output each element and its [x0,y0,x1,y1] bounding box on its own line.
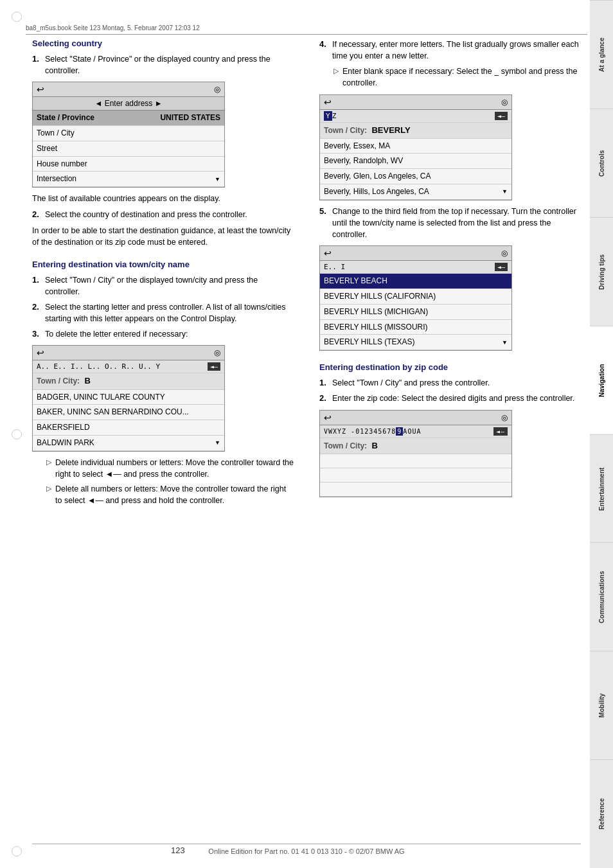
screen1-state-row: State / Province UNITED STATES [33,111,224,126]
section-heading-selecting-country: Selecting country [32,39,294,48]
screen3-header: ↩ ◎ [320,95,511,110]
screen2-back-key[interactable]: ◄— [208,362,220,371]
screen3-row-hills-label: Beverly, Hills, Los Angeles, CA [324,186,429,197]
screen4-settings-btn[interactable]: ◎ [501,249,508,258]
section-heading-town-city: Entering destination via town/city name [32,260,294,269]
screen5-header: ↩ ◎ [320,411,511,425]
screen2: ↩ ◎ A.. E.. I.. L.. O.. R.. U.. Y ◄— Tow… [32,345,225,451]
screen2-row-baker: BAKER, UNINC SAN BERNARDINO COU... [33,405,224,420]
screen1-house-row: House number [33,157,224,172]
zip-step-2-num: 2. [319,393,328,404]
screen3-row-hills: Beverly, Hills, Los Angeles, CA ▼ [320,184,511,200]
tab-entertainment[interactable]: Entertainment [590,434,613,543]
screen1-back-btn[interactable]: ↩ [37,84,44,94]
town-step-3-text: To delete the letter entered if necessar… [45,328,294,340]
screen3-keyboard: YZ ◄— [320,110,511,123]
selecting-country-steps: 1. Select "State / Province" or the disp… [32,53,294,76]
screen3-settings-btn[interactable]: ◎ [501,98,508,107]
right-bullet-text: Enter blank space if necessary: Select t… [342,66,581,89]
bullet-delete-all: ▷ Delete all numbers or letters: Move th… [46,483,294,506]
bullet-arrow-1: ▷ [46,457,51,480]
page-number: 123 [171,846,442,855]
screen2-row-baldwin-label: BALDWIN PARK [37,438,94,448]
zip-step-1-num: 1. [319,377,328,389]
right-step-5: 5. Change to the third field from the to… [319,206,581,240]
town-step-1-text: Select "Town / City" or the displayed to… [45,274,294,297]
town-step-3-num: 3. [32,328,41,340]
tab-communications[interactable]: Communications [590,542,613,651]
screen2-settings-btn[interactable]: ◎ [214,348,220,357]
town-step-2: 2. Select the starting letter and press … [32,301,294,324]
screen5-town-label: Town / City: [324,441,367,450]
town-step-2-num: 2. [32,301,41,324]
zip-step-2-text: Enter the zip code: Select the desired d… [332,393,581,404]
tab-at-a-glance[interactable]: At a glance [590,0,613,109]
screen4-header: ↩ ◎ [320,246,511,261]
tab-mobility[interactable]: Mobility [590,651,613,759]
screen2-town-label: Town / City: [37,376,80,385]
screen2-back-btn[interactable]: ↩ [37,348,44,358]
screen1-intersection-label: Intersection [37,173,76,184]
tab-controls[interactable]: Controls [590,109,613,217]
screen5-empty-1 [320,454,511,468]
right-column: 4. If necessary, enter more letters. The… [317,39,581,836]
screen3-row-randolph: Beverly, Randolph, WV [320,154,511,169]
tab-reference[interactable]: Reference [590,759,613,868]
right-step5: 5. Change to the third field from the to… [319,206,581,240]
screen3-back-btn[interactable]: ↩ [324,97,332,107]
zip-step-1-text: Select "Town / City" and press the contr… [332,377,581,389]
screen1: ↩ ◎ ◄ Enter address ► State / Province U… [32,82,225,188]
screen1-header: ↩ ◎ [33,82,224,97]
screen1-intersection-row: Intersection ▼ [33,172,224,187]
screen1-state-label: State / Province [37,112,94,123]
corner-mark-tl [12,12,22,22]
screen2-town-row: Town / City: B [33,373,224,389]
right-step-4-text: If necessary, enter more letters. The li… [332,39,581,62]
screen2-keyboard: A.. E.. I.. L.. O.. R.. U.. Y ◄— [33,360,224,373]
zip-code-steps: 1. Select "Town / City" and press the co… [319,377,581,404]
screen4-row-missouri: BEVERLY HILLS (MISSOURI) [320,320,511,335]
screen3-row-glen: Beverly, Glen, Los Angeles, CA [320,169,511,184]
step-2: 2. Select the country of destination and… [32,209,294,220]
screen3-back-key[interactable]: ◄— [495,112,508,120]
tab-navigation[interactable]: Navigation [590,326,613,434]
screen5-town-row: Town / City: B [320,438,511,454]
step-1-text: Select "State / Province" or the display… [45,53,294,76]
screen4-back-btn[interactable]: ↩ [324,248,332,258]
screen5-wrap: ↩ ◎ VWXYZ -0123456789AOUA ◄— Town / City… [319,410,519,497]
main-content: Selecting country 1. Select "State / Pro… [32,39,581,836]
tab-driving-tips[interactable]: Driving tips [590,217,613,326]
screen1-wrap: ↩ ◎ ◄ Enter address ► State / Province U… [32,82,231,188]
screen3: ↩ ◎ YZ ◄— Town / City: BEVERLY Beverly, … [319,94,512,200]
screen1-settings-btn[interactable]: ◎ [214,85,220,94]
corner-mark-ml [12,429,22,439]
screen5-back-btn[interactable]: ↩ [324,412,332,423]
zip-step-1: 1. Select "Town / City" and press the co… [319,377,581,389]
screen3-wrap: ↩ ◎ YZ ◄— Town / City: BEVERLY Beverly, … [319,94,519,200]
screen5-back-key[interactable]: ◄— [493,427,508,436]
screen4-row-michigan: BEVERLY HILLS (MICHIGAN) [320,305,511,320]
bullet-delete-individual: ▷ Delete individual numbers or letters: … [46,457,294,480]
screen1-enter-address: ◄ Enter address ► [33,97,224,111]
screen1-street-row: Street [33,141,224,157]
screen5-settings-btn[interactable]: ◎ [501,413,508,422]
screen1-state-value: UNITED STATES [160,112,220,123]
bullet-text-2: Delete all numbers or letters: Move the … [55,483,294,506]
corner-mark-bl [12,846,22,856]
screen3-row-essex: Beverly, Essex, MA [320,139,511,154]
bullet-text-1: Delete individual numbers or letters: Mo… [55,457,294,480]
town-step-1-num: 1. [32,274,41,297]
right-step-5-num: 5. [319,206,328,240]
right-bullet-blank-space: ▷ Enter blank space if necessary: Select… [333,66,581,89]
town-step-2-text: Select the starting letter and press con… [45,301,294,324]
screen2-keys: A.. E.. I.. L.. O.. R.. U.. Y [37,362,160,371]
screen2-row-bakersfield: BAKERSFIELD [33,420,224,436]
right-step-4-num: 4. [319,39,328,62]
screen2-row-baldwin: BALDWIN PARK ▼ [33,436,224,451]
header-bar: ba8_m5us.book Seite 123 Montag, 5. Febru… [26,24,587,35]
screen4-back-key[interactable]: ◄— [495,263,508,271]
step-1-num: 1. [32,53,41,76]
side-tabs: At a glance Controls Driving tips Naviga… [590,0,613,868]
nav-note: In order to be able to start the destina… [32,225,294,248]
caption1: The list of available countries appears … [32,193,294,204]
